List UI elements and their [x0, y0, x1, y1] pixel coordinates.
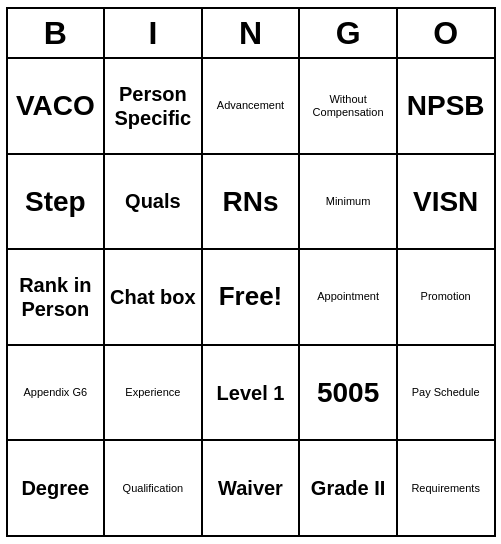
bingo-cell-4-0: Degree	[8, 441, 106, 535]
bingo-row-4: DegreeQualificationWaiverGrade IIRequire…	[8, 441, 494, 535]
bingo-row-0: VACOPerson SpecificAdvancementWithout Co…	[8, 59, 494, 155]
bingo-cell-2-2: Free!	[203, 250, 301, 344]
bingo-cell-0-0: VACO	[8, 59, 106, 153]
bingo-row-3: Appendix G6ExperienceLevel 15005Pay Sche…	[8, 346, 494, 442]
header-letter-G: G	[300, 9, 398, 57]
bingo-cell-3-1: Experience	[105, 346, 203, 440]
header-letter-B: B	[8, 9, 106, 57]
bingo-cell-0-2: Advancement	[203, 59, 301, 153]
bingo-cell-1-1: Quals	[105, 155, 203, 249]
bingo-cell-4-2: Waiver	[203, 441, 301, 535]
bingo-cell-1-2: RNs	[203, 155, 301, 249]
bingo-row-1: StepQualsRNsMinimumVISN	[8, 155, 494, 251]
bingo-cell-1-3: Minimum	[300, 155, 398, 249]
bingo-cell-4-4: Requirements	[398, 441, 494, 535]
bingo-cell-4-3: Grade II	[300, 441, 398, 535]
bingo-cell-2-1: Chat box	[105, 250, 203, 344]
bingo-header: BINGO	[8, 9, 494, 59]
bingo-cell-3-3: 5005	[300, 346, 398, 440]
bingo-cell-0-1: Person Specific	[105, 59, 203, 153]
bingo-card: BINGO VACOPerson SpecificAdvancementWith…	[6, 7, 496, 537]
bingo-cell-2-4: Promotion	[398, 250, 494, 344]
bingo-row-2: Rank in PersonChat boxFree!AppointmentPr…	[8, 250, 494, 346]
bingo-cell-0-4: NPSB	[398, 59, 494, 153]
bingo-cell-3-4: Pay Schedule	[398, 346, 494, 440]
header-letter-O: O	[398, 9, 494, 57]
bingo-cell-2-3: Appointment	[300, 250, 398, 344]
bingo-cell-3-0: Appendix G6	[8, 346, 106, 440]
bingo-cell-3-2: Level 1	[203, 346, 301, 440]
bingo-body: VACOPerson SpecificAdvancementWithout Co…	[8, 59, 494, 535]
bingo-cell-0-3: Without Compensation	[300, 59, 398, 153]
header-letter-N: N	[203, 9, 301, 57]
bingo-cell-2-0: Rank in Person	[8, 250, 106, 344]
bingo-cell-1-4: VISN	[398, 155, 494, 249]
bingo-cell-4-1: Qualification	[105, 441, 203, 535]
bingo-cell-1-0: Step	[8, 155, 106, 249]
header-letter-I: I	[105, 9, 203, 57]
